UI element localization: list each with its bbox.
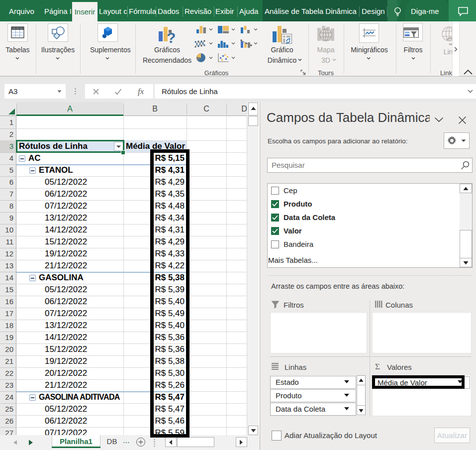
svg-text:?: ? xyxy=(167,29,176,46)
